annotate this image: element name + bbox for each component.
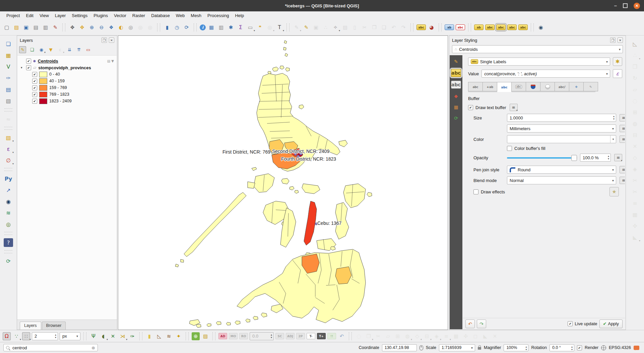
edit-tool-12-icon[interactable]: ✣ [462,332,470,340]
save-layer-edits-icon[interactable]: ▣ [312,23,320,31]
filter-legend-icon[interactable]: ▼ [47,46,54,53]
scale-select[interactable]: 1:7165939 [439,344,475,351]
mask-tab-icon[interactable]: abc [451,81,461,89]
reshape-features-icon[interactable]: ◈ [630,165,640,173]
layer-stack-plugin-icon[interactable]: ≋ [4,208,13,217]
cad-t-plus-icon[interactable]: T+ [317,333,326,339]
tracing-icon[interactable]: Ψ [89,332,98,340]
select-features-icon[interactable]: ▧ [4,133,13,142]
class-visibility-checkbox[interactable] [32,99,37,104]
delete-part-icon[interactable]: ✕ [630,142,640,151]
zoom-to-selection-icon[interactable]: ◐ [117,23,125,31]
labels-tab-icon[interactable]: abc [451,69,461,77]
open-layer-styling-panel-icon[interactable]: ✎ [19,46,26,53]
current-edits-icon[interactable]: ✎ [293,23,301,31]
cad-2p-icon[interactable]: 2P [296,333,305,339]
cad-sc-icon[interactable]: SC [275,333,284,339]
pin-unpin-labels-icon[interactable]: ab [474,24,484,30]
pan-to-selection-icon[interactable]: ✥ [78,23,86,31]
snapping-tolerance-input[interactable]: 2 ▴▾ [32,332,58,340]
opacity-input[interactable]: 100.0 % ▴▾ [580,154,611,162]
legend-class-row[interactable]: 1823 - 2409 [17,98,117,104]
menu-project[interactable]: Project [3,12,23,19]
cad-mo-icon[interactable]: MO [229,333,238,339]
tab-browser[interactable]: Browser [42,322,66,330]
cut-features-icon[interactable]: ✂ [361,23,369,31]
menu-vector[interactable]: Vector [111,12,129,19]
data-defined-override-icon[interactable]: ≡ [620,125,625,132]
map-theme-indicator-icon[interactable]: ▨ [201,332,209,340]
data-defined-override-icon[interactable]: ≡ [510,104,518,111]
offset-curve-icon[interactable]: ◇ [630,153,640,162]
legend-class-row[interactable]: 0 - 40 [17,71,117,78]
draw-effects-checkbox[interactable] [473,189,478,194]
tab-placement-icon[interactable]: abc/ [555,82,569,91]
minimize-icon[interactable]: – [614,4,617,7]
data-defined-override-icon[interactable]: ≡ [620,136,625,143]
merge-feature-attributes-icon[interactable]: ▦ [630,210,640,219]
locator-search[interactable]: ⊗ [3,344,98,351]
split-features-icon[interactable]: ✂ [630,176,640,185]
edit-tool-14-icon[interactable]: ◣ [481,332,489,340]
label-mode-select[interactable]: abc Single Labels [468,58,610,66]
layer-row-provinces[interactable]: ▾ ▱ stompcovidph_provinces [17,64,117,71]
messages-icon[interactable] [634,346,639,350]
legend-class-row[interactable]: 159 - 769 [17,84,117,91]
processing-toolbox-icon[interactable]: ✱ [227,23,235,31]
expand-all-icon[interactable]: ⇊ [66,46,73,53]
expression-builder-button[interactable]: ε [613,69,622,78]
manage-map-themes-icon[interactable]: ◉ [38,46,45,53]
draw-text-buffer-checkbox[interactable] [468,105,473,110]
layer-labeling-options-icon[interactable]: abc [416,24,426,30]
cad-ad-icon[interactable]: AD [218,333,227,339]
snapping-units-select[interactable]: px [60,332,80,340]
layer-centroids-label[interactable]: Centroids [38,59,58,64]
customize-effects-star-icon[interactable]: ★ [609,187,619,196]
filter-by-expression-icon[interactable]: ε [57,46,64,53]
zoom-out-icon[interactable]: ⊖ [98,23,106,31]
edit-tool-13-icon[interactable]: ◻ [471,332,479,340]
vertex-tool-icon[interactable]: ✧ [331,23,339,31]
tab-callout-style-icon[interactable]: ✎ [584,82,598,91]
toggle-editing-icon[interactable]: ✎ [302,23,310,31]
tab-background-icon[interactable] [512,82,526,91]
data-defined-override-icon[interactable]: ≡ [614,154,622,161]
edit-tool-7-icon[interactable]: ◇ [413,332,421,340]
new-virtual-layer-icon[interactable]: ▤ [4,85,13,94]
zoom-to-layer-icon[interactable]: ◎ [127,23,135,31]
change-label-icon[interactable]: abc [518,24,528,30]
edit-tool-1-icon[interactable]: ◌ [355,332,363,340]
modify-attributes-icon[interactable]: ▨ [341,23,349,31]
digitizing-options-icon[interactable]: ∴ [630,51,640,60]
highlight-pinned-labels-icon[interactable]: abc [456,24,465,30]
move-feature-icon[interactable]: ❐ [630,62,640,71]
style-manager-icon[interactable]: ✎ [51,23,59,31]
rotate-label-icon[interactable]: abc [507,24,517,30]
legend-class-row[interactable]: 40 - 159 [17,78,117,84]
new-print-layout-icon[interactable]: ▤ [32,23,40,31]
help-icon[interactable]: ? [4,238,13,247]
tab-shadow-icon[interactable] [526,82,540,91]
close-icon[interactable]: ✕ [634,3,640,9]
text-annotation-icon[interactable]: T [275,23,283,31]
menu-plugins[interactable]: Plugins [90,12,111,19]
zoom-next-icon[interactable]: ◎ [146,23,154,31]
intersection-snapping-icon[interactable]: ✕ [109,332,117,340]
enable-tracing-icon[interactable]: ◖ [99,332,107,340]
new-spatial-bookmark-icon[interactable]: ▮ [163,23,171,31]
snapping-options-icon[interactable]: ∷ [22,332,30,340]
edit-tool-9-icon[interactable]: ◈ [433,332,441,340]
temporal-controller-icon[interactable]: ◷ [173,23,181,31]
zoom-level-indicator-icon[interactable]: ⊕ [192,332,200,340]
new-project-icon[interactable]: ▢ [3,23,11,31]
globe-plugin-icon[interactable]: ◉ [4,197,13,206]
symbology-tab-icon[interactable]: ✎ [451,58,461,65]
measure-line-icon[interactable]: ▭ [246,23,254,31]
merge-features-icon[interactable]: ≡ [630,199,640,207]
add-feature-icon[interactable]: ∴ [322,23,330,31]
delete-selected-icon[interactable]: ▯ [351,23,359,31]
split-parts-icon[interactable]: ✂ [630,187,640,196]
redo-style-icon[interactable]: ↷ [477,320,486,328]
edit-tool-2-icon[interactable]: ❐ [365,332,373,340]
pan-map-icon[interactable]: ✥ [68,23,76,31]
